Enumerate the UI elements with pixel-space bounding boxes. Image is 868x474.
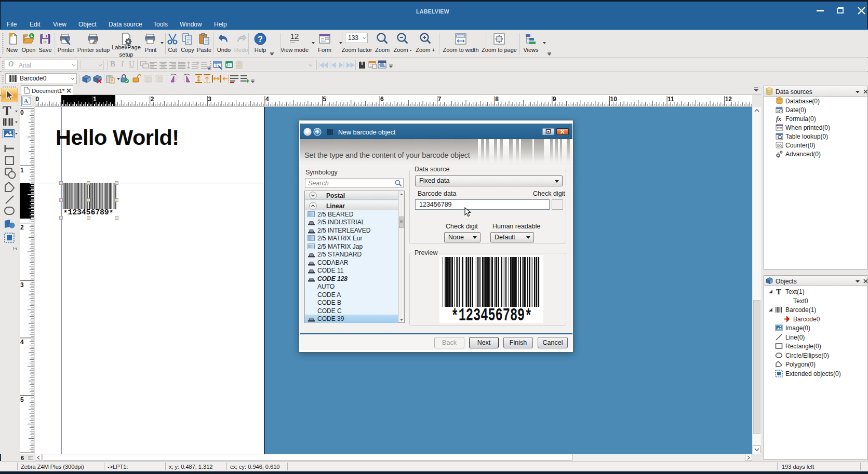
svg-text:4: 4 <box>20 338 24 346</box>
svg-text:3: 3 <box>20 281 24 289</box>
svg-text:5: 5 <box>20 396 24 403</box>
svg-text:?: ? <box>258 35 263 44</box>
svg-text:1: 1 <box>781 145 783 148</box>
svg-text:8: 8 <box>495 96 499 103</box>
svg-text:11: 11 <box>667 96 674 103</box>
svg-text:4: 4 <box>265 96 269 103</box>
svg-text:12: 12 <box>290 32 299 40</box>
svg-text:6: 6 <box>380 96 384 103</box>
svg-text:3: 3 <box>208 96 211 103</box>
svg-text:12: 12 <box>725 96 732 103</box>
svg-text:5: 5 <box>323 96 327 103</box>
svg-text:10: 10 <box>610 96 618 103</box>
svg-text:T: T <box>776 288 781 295</box>
svg-text:fx: fx <box>776 115 781 123</box>
svg-text:7: 7 <box>438 96 442 103</box>
svg-text:9: 9 <box>553 96 556 103</box>
